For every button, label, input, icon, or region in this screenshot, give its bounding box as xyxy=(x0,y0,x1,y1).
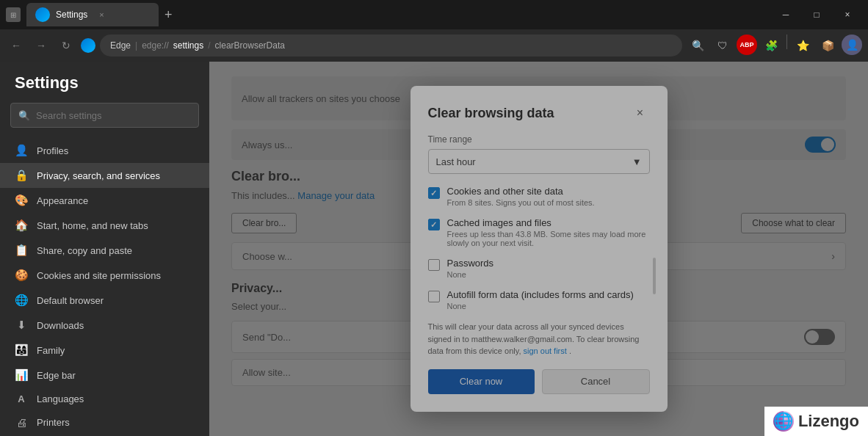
address-protocol: edge:// xyxy=(142,40,169,51)
sidebar-item-printers[interactable]: 🖨 Printers xyxy=(0,410,209,435)
collections-icon[interactable]: 📦 xyxy=(817,34,839,57)
sidebar-item-share-copy[interactable]: 📋 Share, copy and paste xyxy=(0,238,209,263)
search-settings-input[interactable] xyxy=(36,110,191,121)
address-edge-label: Edge xyxy=(110,40,131,51)
sidebar-item-start-home[interactable]: 🏠 Start, home, and new tabs xyxy=(0,213,209,238)
sidebar-item-downloads[interactable]: ⬇ Downloads xyxy=(0,313,209,338)
main-content: Settings 🔍 👤 Profiles 🔒 Privacy, search,… xyxy=(0,62,868,436)
sidebar-item-label: Cookies and site permissions xyxy=(37,270,161,281)
cookies-icon: 🍪 xyxy=(15,269,28,282)
cached-label-title: Cached images and files xyxy=(447,217,650,228)
window-icon: ⊞ xyxy=(6,7,21,22)
sidebar-item-default-browser[interactable]: 🌐 Default browser xyxy=(0,288,209,313)
passwords-checkbox[interactable] xyxy=(428,259,440,271)
autofill-label-desc: None xyxy=(447,302,634,310)
cookies-label-title: Cookies and other site data xyxy=(447,186,595,197)
sidebar-item-label: Printers xyxy=(37,417,70,428)
close-window-button[interactable]: × xyxy=(833,4,862,25)
share-copy-icon: 📋 xyxy=(15,244,28,257)
new-tab-button[interactable]: + xyxy=(164,7,173,23)
search-settings-box[interactable]: 🔍 xyxy=(10,103,199,128)
clear-now-button[interactable]: Clear now xyxy=(428,369,535,394)
sidebar-item-label: Languages xyxy=(37,393,84,404)
sidebar-item-languages[interactable]: A Languages xyxy=(0,388,209,410)
address-slash: / xyxy=(208,40,210,51)
forward-button[interactable]: → xyxy=(31,35,51,56)
time-range-select[interactable]: Last hour ▼ xyxy=(428,149,650,174)
languages-icon: A xyxy=(15,393,28,404)
autofill-label-title: Autofill form data (includes forms and c… xyxy=(447,289,634,300)
family-icon: 👨‍👩‍👧 xyxy=(15,344,28,357)
settings-tab[interactable]: Settings × xyxy=(26,3,159,26)
cached-label-desc: Frees up less than 43.8 MB. Some sites m… xyxy=(447,230,650,247)
sidebar-item-label: Default browser xyxy=(37,295,104,306)
downloads-icon: ⬇ xyxy=(15,319,28,332)
profiles-icon: 👤 xyxy=(15,144,28,157)
edge-favicon xyxy=(35,7,50,22)
passwords-label-group: Passwords None xyxy=(447,258,494,279)
sidebar-item-edge-bar[interactable]: 📊 Edge bar xyxy=(0,363,209,388)
sidebar-item-label: Share, copy and paste xyxy=(37,245,132,256)
titlebar: ⊞ Settings × + ─ □ × xyxy=(0,0,868,29)
autofill-label-group: Autofill form data (includes forms and c… xyxy=(447,289,634,310)
default-browser-icon: 🌐 xyxy=(15,294,28,307)
clear-browsing-dialog: Clear browsing data × Time range Last ho… xyxy=(411,86,668,412)
passwords-label-desc: None xyxy=(447,270,494,279)
sidebar-item-cookies[interactable]: 🍪 Cookies and site permissions xyxy=(0,263,209,288)
sidebar-item-label: Family xyxy=(37,345,65,356)
dialog-header: Clear browsing data × xyxy=(428,103,650,123)
time-range-value: Last hour xyxy=(436,156,476,167)
minimize-button[interactable]: ─ xyxy=(771,4,800,25)
cookies-checkbox[interactable] xyxy=(428,187,440,199)
passwords-label-title: Passwords xyxy=(447,258,494,269)
content-area: Allow all trackers on sites you choose A… xyxy=(209,62,868,436)
toolbar-divider xyxy=(786,34,787,49)
sidebar-item-appearance[interactable]: 🎨 Appearance xyxy=(0,188,209,213)
cached-checkbox-item: Cached images and files Frees up less th… xyxy=(428,217,650,247)
sidebar-item-family[interactable]: 👨‍👩‍👧 Family xyxy=(0,338,209,363)
tab-close-button[interactable]: × xyxy=(99,10,104,19)
lizengo-text: Lizengo xyxy=(798,412,859,431)
sidebar-title: Settings xyxy=(0,73,209,103)
security-icon[interactable]: 🛡 xyxy=(712,34,734,57)
scroll-area: Passwords None Autofill form data (inclu… xyxy=(428,258,650,310)
cached-checkbox[interactable] xyxy=(428,219,440,230)
cookies-checkbox-item: Cookies and other site data From 8 sites… xyxy=(428,186,650,207)
sidebar-item-label: Profiles xyxy=(37,145,68,156)
addressbar: ← → ↻ Edge | edge:// settings / clearBro… xyxy=(0,29,868,62)
time-range-label: Time range xyxy=(428,134,650,145)
autofill-checkbox[interactable] xyxy=(428,291,440,302)
sidebar-item-label: Appearance xyxy=(37,195,88,206)
sign-out-link[interactable]: sign out first xyxy=(524,346,567,355)
back-button[interactable]: ← xyxy=(6,35,26,56)
address-bar-input[interactable]: Edge | edge:// settings / clearBrowserDa… xyxy=(100,34,682,57)
profile-avatar[interactable]: 👤 xyxy=(842,34,862,55)
favorites-icon[interactable]: ⭐ xyxy=(792,34,814,57)
extensions-icon[interactable]: 🧩 xyxy=(760,34,782,57)
passwords-checkbox-item: Passwords None xyxy=(428,258,650,279)
dialog-title: Clear browsing data xyxy=(428,106,554,121)
cookies-label-desc: From 8 sites. Signs you out of most site… xyxy=(447,198,595,207)
privacy-icon: 🔒 xyxy=(15,169,28,182)
refresh-button[interactable]: ↻ xyxy=(56,35,76,56)
maximize-button[interactable]: □ xyxy=(802,4,831,25)
sidebar-item-profiles[interactable]: 👤 Profiles xyxy=(0,138,209,163)
printers-icon: 🖨 xyxy=(15,416,28,429)
edge-logo-icon xyxy=(81,38,95,53)
appearance-icon: 🎨 xyxy=(15,194,28,207)
sidebar-item-privacy[interactable]: 🔒 Privacy, search, and services xyxy=(0,163,209,188)
search-toolbar-icon[interactable]: 🔍 xyxy=(687,34,709,57)
address-path: settings xyxy=(173,40,203,51)
search-icon: 🔍 xyxy=(18,110,30,121)
cached-label-group: Cached images and files Frees up less th… xyxy=(447,217,650,247)
sidebar-item-label: Start, home, and new tabs xyxy=(37,220,148,231)
adblock-badge[interactable]: ABP xyxy=(737,34,757,55)
sidebar: Settings 🔍 👤 Profiles 🔒 Privacy, search,… xyxy=(0,62,209,436)
cancel-button[interactable]: Cancel xyxy=(542,369,650,394)
start-home-icon: 🏠 xyxy=(15,219,28,232)
dialog-scrollbar[interactable] xyxy=(653,258,656,294)
dialog-close-button[interactable]: × xyxy=(631,103,650,123)
sidebar-item-label: Privacy, search, and services xyxy=(37,170,160,181)
sidebar-item-label: Downloads xyxy=(37,320,84,331)
lizengo-watermark: Lizengo xyxy=(764,407,868,436)
